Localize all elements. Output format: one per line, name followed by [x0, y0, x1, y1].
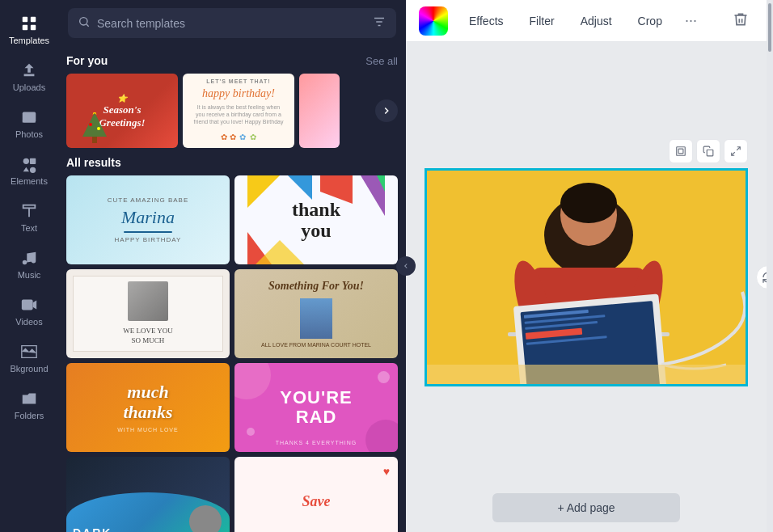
svg-point-6 [23, 158, 29, 164]
svg-point-10 [80, 17, 87, 24]
svg-rect-24 [678, 149, 683, 154]
sidebar-item-music-label: Music [18, 270, 41, 280]
template-card-save[interactable]: Save ♥ – with love [234, 457, 398, 532]
elements-icon [20, 155, 38, 173]
top-toolbar: Effects Filter Adjust Crop ··· [406, 0, 767, 42]
svg-rect-8 [23, 205, 36, 209]
photo-icon [20, 108, 38, 126]
for-you-title: For you [66, 54, 108, 67]
carousel-item-birthday[interactable]: LET'S MEET THAT! happy birthday! It is a… [183, 74, 294, 148]
expand-action-button[interactable] [724, 139, 748, 163]
search-icon [78, 15, 91, 32]
canvas-area: Effects Filter Adjust Crop ··· [406, 0, 767, 532]
background-icon [20, 343, 38, 361]
template-card-marina[interactable]: CUTE AMAZING BABE Marina HAPPY BIRTHDAY [66, 175, 230, 264]
carousel-items: ⭐ Season'sGreetings! [66, 74, 369, 148]
template-card-something[interactable]: Something For You! ALL LOVE FROM MARINA … [234, 269, 398, 358]
canvas-page-container [425, 139, 748, 386]
svg-marker-11 [82, 112, 107, 137]
template-card-youre-rad[interactable]: YOU'RERAD THANKS 4 EVERYTHING [234, 363, 398, 452]
svg-point-13 [89, 123, 92, 126]
svg-rect-12 [92, 137, 97, 143]
sidebar-item-videos-label: Videos [15, 317, 42, 327]
svg-rect-1 [31, 17, 36, 22]
for-you-header: For you See all [66, 54, 398, 67]
svg-rect-3 [31, 25, 36, 30]
svg-rect-25 [707, 150, 713, 156]
floating-actions-bar [425, 139, 748, 163]
canvas-image[interactable] [425, 168, 748, 386]
color-palette[interactable] [419, 6, 448, 36]
svg-point-31 [560, 183, 617, 223]
svg-marker-16 [247, 175, 280, 208]
svg-rect-23 [677, 147, 686, 156]
sidebar-item-uploads-label: Uploads [13, 82, 45, 92]
carousel-item-third[interactable] [299, 74, 340, 148]
adjust-button[interactable]: Adjust [569, 10, 623, 32]
folder-icon [20, 390, 38, 407]
more-options-button[interactable]: ··· [677, 7, 705, 34]
sidebar-item-text[interactable]: Text [0, 194, 58, 241]
image-wrapper [425, 168, 748, 386]
frame-action-button[interactable] [669, 139, 693, 163]
music-icon [20, 249, 38, 267]
canvas-svg-image [427, 171, 748, 386]
sidebar: Templates Uploads Photos Elements Text [0, 0, 58, 532]
sidebar-item-photos[interactable]: Photos [0, 100, 58, 147]
carousel-next-button[interactable] [375, 99, 398, 122]
for-you-carousel: ⭐ Season'sGreetings! [66, 74, 398, 148]
effects-button[interactable]: Effects [458, 10, 515, 32]
text-icon [20, 202, 38, 220]
svg-point-14 [97, 127, 100, 130]
sidebar-item-music[interactable]: Music [0, 241, 58, 288]
template-card-love[interactable]: WE LOVE YOUSO MUCH [66, 269, 230, 358]
sidebar-item-uploads[interactable]: Uploads [0, 53, 58, 100]
sidebar-item-bkground[interactable]: Bkground [0, 335, 58, 382]
template-grid: CUTE AMAZING BABE Marina HAPPY BIRTHDAY [66, 175, 398, 532]
svg-line-26 [737, 147, 740, 150]
search-bar [68, 8, 396, 38]
add-page-bar: + Add page [406, 483, 767, 532]
svg-rect-2 [23, 25, 27, 30]
scrollbar-thumb [768, 3, 771, 52]
svg-rect-7 [30, 158, 36, 164]
add-page-button[interactable]: + Add page [492, 493, 679, 522]
svg-rect-9 [22, 300, 33, 310]
crop-button[interactable]: Crop [627, 10, 674, 32]
template-card-dark[interactable]: DARK [66, 457, 230, 532]
sidebar-item-templates[interactable]: Templates [0, 6, 58, 53]
copy-action-button[interactable] [696, 139, 720, 163]
sidebar-item-text-label: Text [21, 223, 37, 233]
sidebar-item-videos[interactable]: Videos [0, 288, 58, 335]
canvas-workspace[interactable] [406, 42, 767, 483]
carousel-item-seasons[interactable]: ⭐ Season'sGreetings! [66, 74, 178, 148]
filter-button[interactable] [372, 15, 386, 32]
search-input[interactable] [97, 17, 365, 30]
sidebar-item-folders-label: Folders [15, 411, 44, 420]
sidebar-item-elements[interactable]: Elements [0, 147, 58, 194]
templates-panel-wrapper: For you See all ⭐ Season'sGreetings! [58, 0, 406, 532]
see-all-button[interactable]: See all [365, 55, 398, 67]
all-results-title: All results [66, 156, 121, 169]
right-scrollbar[interactable] [767, 0, 773, 532]
svg-rect-0 [23, 17, 27, 22]
video-icon [20, 296, 38, 314]
templates-panel: For you See all ⭐ Season'sGreetings! [58, 0, 406, 532]
filter-button[interactable]: Filter [518, 10, 566, 32]
sidebar-item-folders[interactable]: Folders [0, 382, 58, 429]
grid-icon [20, 15, 38, 32]
svg-line-27 [732, 152, 735, 155]
rotate-button[interactable] [756, 265, 767, 289]
delete-button[interactable] [728, 6, 754, 35]
panel-content: For you See all ⭐ Season'sGreetings! [58, 46, 406, 532]
svg-rect-45 [427, 365, 748, 386]
sidebar-item-photos-label: Photos [15, 129, 43, 139]
sidebar-item-templates-label: Templates [9, 36, 49, 45]
template-card-thankyou[interactable]: thankyou [234, 175, 398, 264]
svg-point-5 [25, 114, 28, 117]
template-card-much-thanks[interactable]: muchthanks WITH MUCH LOVE [66, 363, 230, 452]
sidebar-item-bkground-label: Bkground [10, 364, 48, 374]
all-results-header: All results [66, 156, 398, 169]
sidebar-item-elements-label: Elements [11, 176, 48, 186]
upload-icon [20, 61, 38, 79]
